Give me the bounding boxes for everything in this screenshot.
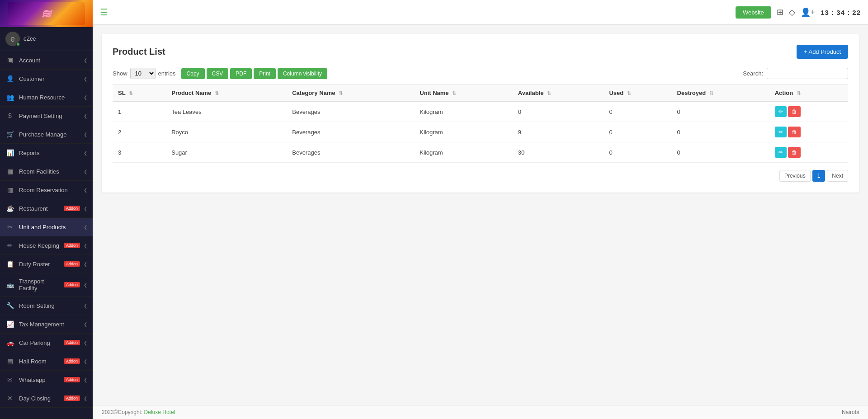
sidebar-user: e eZee [0,27,93,51]
house-keeping-label: House Keeping [19,242,64,249]
edit-button-row-1[interactable]: ✏ [775,127,787,137]
account-label: Account [19,57,82,64]
room-facilities-icon: ▦ [5,167,14,176]
transport-facility-label: Transport Facility [19,278,64,292]
topbar-actions: Website ⊞ ◇ 👤+ 13 : 34 : 22 [736,6,861,19]
sidebar-item-room-reservation[interactable]: ▦Room Reservation❮ [0,181,93,199]
search-label: Search: [743,70,763,77]
sidebar-item-room-facilities[interactable]: ▦Room Facilities❮ [0,162,93,181]
sidebar-item-reports[interactable]: 📊Reports❮ [0,144,93,162]
main-content: ☰ Website ⊞ ◇ 👤+ 13 : 34 : 22 Product Li… [93,0,868,419]
edit-button-row-0[interactable]: ✏ [775,106,787,117]
sidebar-item-human-resource[interactable]: 👥Human Resource❮ [0,88,93,107]
menu-toggle-button[interactable]: ☰ [100,7,108,18]
sidebar-item-purchase-manage[interactable]: 🛒Purchase Manage❮ [0,125,93,144]
purchase-manage-icon: 🛒 [5,130,14,139]
payment-setting-label: Payment Setting [19,113,82,119]
sidebar-item-room-setting[interactable]: 🔧Room Setting❮ [0,297,93,315]
account-icon: ▣ [5,56,14,65]
house-keeping-chevron-icon: ❮ [84,243,87,248]
delete-button-row-1[interactable]: 🗑 [788,127,801,137]
col-destroyed[interactable]: Destroyed ⇅ [672,85,769,102]
delete-button-row-0[interactable]: 🗑 [788,106,801,117]
sidebar-item-account[interactable]: ▣Account❮ [0,51,93,70]
content-header: Product List + Add Product [113,45,848,59]
sidebar-item-unit-and-products[interactable]: ✂Unit and Products❮ [0,218,93,236]
sidebar-item-duty-roster[interactable]: 📋Duty RosterAddon❮ [0,255,93,273]
tax-management-chevron-icon: ❮ [84,322,87,327]
print-button[interactable]: Print [254,68,276,79]
sidebar-item-car-parking[interactable]: 🚗Car ParkingAddon❮ [0,334,93,352]
footer-brand-link[interactable]: Deluxe Hotel [144,409,175,415]
reports-chevron-icon: ❮ [84,151,87,155]
show-entries: Show 10 25 50 100 entries [113,68,176,79]
next-page-button[interactable]: Next [827,170,848,182]
current-time: 13 : 34 : 22 [821,9,861,16]
add-product-button[interactable]: + Add Product [797,45,848,59]
car-parking-chevron-icon: ❮ [84,340,87,345]
grid-icon[interactable]: ⊞ [777,7,783,17]
sidebar-item-whatsapp[interactable]: ✉WhatsappAddon❮ [0,371,93,389]
customer-label: Customer [19,75,82,82]
tax-management-icon: 📈 [5,320,14,329]
reports-icon: 📊 [5,148,14,157]
unit-and-products-chevron-icon: ❮ [84,225,87,230]
sidebar-item-customer[interactable]: 👤Customer❮ [0,70,93,88]
page-1-button[interactable]: 1 [812,170,826,182]
sidebar: ≋ e eZee ▣Account❮👤Customer❮👥Human Resou… [0,0,93,419]
human-resource-chevron-icon: ❮ [84,95,87,100]
table-controls: Show 10 25 50 100 entries CopyCSVPDFPrin… [113,68,848,79]
cell-1-row-2: Sugar [166,142,287,163]
purchase-manage-chevron-icon: ❮ [84,132,87,137]
search-input[interactable] [767,68,848,79]
sidebar-item-transport-facility[interactable]: 🚌Transport FacilityAddon❮ [0,273,93,297]
car-parking-icon: 🚗 [5,338,14,347]
unit-and-products-icon: ✂ [5,222,14,231]
col-action: Action ⇅ [769,85,848,102]
sidebar-item-restaurant[interactable]: ☕RestaurentAddon❮ [0,199,93,218]
duty-roster-chevron-icon: ❮ [84,262,87,267]
diamond-icon[interactable]: ◇ [789,7,795,17]
website-button[interactable]: Website [736,6,771,19]
cell-4-row-2: 30 [513,142,604,163]
hall-room-label: Hall Room [19,358,64,365]
reports-label: Reports [19,150,82,156]
entries-select[interactable]: 10 25 50 100 [130,68,156,79]
cell-5-row-1: 0 [604,122,671,142]
cell-2-row-1: Beverages [287,122,414,142]
room-reservation-label: Room Reservation [19,187,82,193]
col-sl[interactable]: SL ⇅ [113,85,166,102]
sidebar-item-payment-setting[interactable]: $Payment Setting❮ [0,107,93,125]
csv-button[interactable]: CSV [207,68,229,79]
sidebar-item-house-keeping[interactable]: ✏House KeepingAddon❮ [0,236,93,255]
room-setting-chevron-icon: ❮ [84,303,87,308]
col-category-name[interactable]: Category Name ⇅ [287,85,414,102]
cell-1-row-0: Tea Leaves [166,101,287,122]
pdf-button[interactable]: PDF [230,68,252,79]
delete-button-row-2[interactable]: 🗑 [788,147,801,158]
day-closing-icon: ✕ [5,394,14,403]
cell-4-row-0: 0 [513,101,604,122]
edit-button-row-2[interactable]: ✏ [775,147,787,158]
transport-facility-icon: 🚌 [5,280,14,289]
copy-button[interactable]: Copy [181,68,205,79]
sidebar-item-hall-room[interactable]: ▤Hall RoomAddon❮ [0,352,93,371]
col-used[interactable]: Used ⇅ [604,85,671,102]
whatsapp-chevron-icon: ❮ [84,377,87,382]
col-product-name[interactable]: Product Name ⇅ [166,85,287,102]
customer-chevron-icon: ❮ [84,76,87,81]
user-plus-icon[interactable]: 👤+ [801,7,816,17]
col-unit-name[interactable]: Unit Name ⇅ [414,85,513,102]
table-row: 1Tea LeavesBeveragesKilogram000✏🗑 [113,101,848,122]
restaurant-label: Restaurent [19,205,64,212]
column-visibility-button[interactable]: Column visibility [278,68,327,79]
footer-copyright: 2023©Copyright: Deluxe Hotel [102,409,175,415]
transport-facility-chevron-icon: ❮ [84,282,87,287]
sidebar-item-day-closing[interactable]: ✕Day ClosingAddon❮ [0,389,93,408]
search-box: Search: [743,68,848,79]
col-available[interactable]: Available ⇅ [513,85,604,102]
duty-roster-label: Duty Roster [19,261,64,268]
sidebar-item-tax-management[interactable]: 📈Tax Management❮ [0,315,93,334]
room-reservation-icon: ▦ [5,185,14,194]
previous-page-button[interactable]: Previous [779,170,811,182]
